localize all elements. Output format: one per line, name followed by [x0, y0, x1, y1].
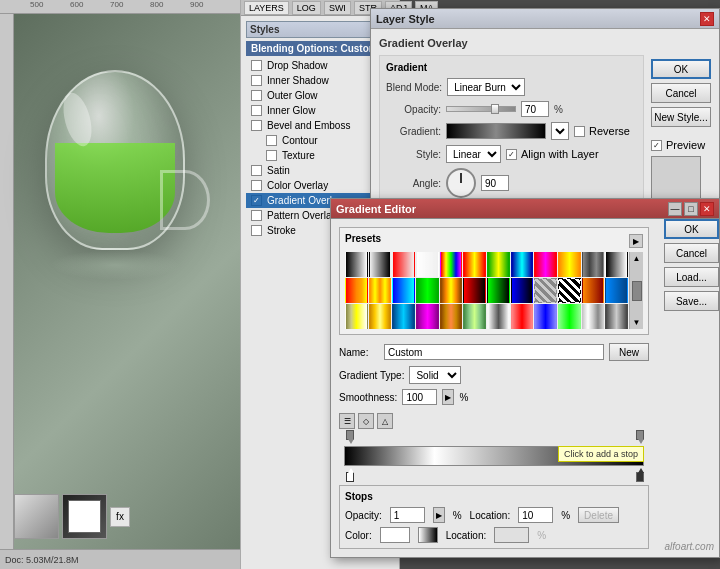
preset-32[interactable]	[511, 304, 534, 329]
align-layer-checkbox[interactable]	[506, 149, 517, 160]
preset-1[interactable]	[345, 252, 368, 277]
preset-9[interactable]	[534, 252, 557, 277]
cancel-button[interactable]: Cancel	[651, 83, 711, 103]
preset-8[interactable]	[511, 252, 534, 277]
preset-31[interactable]	[487, 304, 510, 329]
preset-27[interactable]	[392, 304, 415, 329]
preset-36[interactable]	[605, 304, 628, 329]
drop-shadow-checkbox[interactable]	[251, 60, 262, 71]
preset-29[interactable]	[440, 304, 463, 329]
tab-swi[interactable]: SWI	[324, 1, 351, 15]
ge-close-button[interactable]: ✕	[700, 202, 714, 216]
gradient-color-icon[interactable]: ◇	[358, 413, 374, 429]
smoothness-input[interactable]	[402, 389, 437, 405]
tab-layers[interactable]: LAYERS	[244, 1, 289, 15]
preset-23[interactable]	[582, 278, 605, 303]
bevel-emboss-checkbox[interactable]	[251, 120, 262, 131]
gradient-name-input[interactable]	[384, 344, 604, 360]
outer-glow-checkbox[interactable]	[251, 90, 262, 101]
gradient-preset-select[interactable]: ▼	[551, 122, 569, 140]
preset-30[interactable]	[463, 304, 486, 329]
angle-input[interactable]	[481, 175, 509, 191]
scroll-up-arrow[interactable]: ▲	[633, 254, 641, 263]
preset-12[interactable]	[605, 252, 628, 277]
ge-stops-section: Stops Opacity: ▶ % Location: % Delete Co…	[339, 485, 649, 549]
preset-7[interactable]	[487, 252, 510, 277]
preset-35[interactable]	[582, 304, 605, 329]
preset-2[interactable]	[369, 252, 392, 277]
pattern-overlay-checkbox[interactable]	[251, 210, 262, 221]
tab-log[interactable]: LOG	[292, 1, 321, 15]
scroll-thumb[interactable]	[632, 281, 642, 301]
color-gradient-picker[interactable]	[418, 527, 438, 543]
smoothness-stepper[interactable]: ▶	[442, 389, 454, 405]
ge-cancel-button[interactable]: Cancel	[664, 243, 719, 263]
opacity-thumb[interactable]	[491, 104, 499, 114]
preset-14[interactable]	[369, 278, 392, 303]
ge-restore-button[interactable]: □	[684, 202, 698, 216]
preset-6[interactable]	[463, 252, 486, 277]
layer-style-close-button[interactable]: ✕	[700, 12, 714, 26]
scroll-down-arrow[interactable]: ▼	[633, 318, 641, 327]
gradient-type-select[interactable]: Solid Noise	[409, 366, 461, 384]
preset-4[interactable]	[416, 252, 439, 277]
satin-checkbox[interactable]	[251, 165, 262, 176]
reverse-checkbox[interactable]	[574, 126, 585, 137]
ok-button[interactable]: OK	[651, 59, 711, 79]
preset-21[interactable]	[534, 278, 557, 303]
gradient-drag-icon[interactable]: ☰	[339, 413, 355, 429]
opacity-slider[interactable]	[446, 106, 516, 112]
preset-16[interactable]	[416, 278, 439, 303]
preset-25[interactable]	[345, 304, 368, 329]
preset-24[interactable]	[605, 278, 628, 303]
color-overlay-checkbox[interactable]	[251, 180, 262, 191]
ge-ok-button[interactable]: OK	[664, 219, 719, 239]
preset-17[interactable]	[440, 278, 463, 303]
preset-22[interactable]	[558, 278, 581, 303]
preset-11[interactable]	[582, 252, 605, 277]
stop-marker-right[interactable]	[634, 468, 644, 480]
inner-shadow-checkbox[interactable]	[251, 75, 262, 86]
new-style-button[interactable]: New Style...	[651, 107, 711, 127]
gradient-preview[interactable]	[446, 123, 546, 139]
gradient-bar[interactable]	[344, 446, 644, 466]
inner-glow-checkbox[interactable]	[251, 105, 262, 116]
opacity-stop-input[interactable]	[390, 507, 425, 523]
preset-5[interactable]	[440, 252, 463, 277]
blend-mode-select[interactable]: Linear Burn Normal Multiply Screen	[447, 78, 525, 96]
angle-dial[interactable]	[446, 168, 476, 198]
preset-13[interactable]	[345, 278, 368, 303]
preset-33[interactable]	[534, 304, 557, 329]
stop-marker-left[interactable]	[344, 468, 354, 480]
ge-minimize-button[interactable]: —	[668, 202, 682, 216]
preset-26[interactable]	[369, 304, 392, 329]
preset-15[interactable]	[392, 278, 415, 303]
preset-28[interactable]	[416, 304, 439, 329]
preview-checkbox[interactable]	[651, 140, 662, 151]
preset-20[interactable]	[511, 278, 534, 303]
opacity-stepper[interactable]: ▶	[433, 507, 445, 523]
ge-new-button[interactable]: New	[609, 343, 649, 361]
delete-stop-button[interactable]: Delete	[578, 507, 619, 523]
preset-34[interactable]	[558, 304, 581, 329]
texture-checkbox[interactable]	[266, 150, 277, 161]
contour-checkbox[interactable]	[266, 135, 277, 146]
ge-load-button[interactable]: Load...	[664, 267, 719, 287]
preset-10[interactable]	[558, 252, 581, 277]
stroke-checkbox[interactable]	[251, 225, 262, 236]
style-select[interactable]: Linear Radial Angle	[446, 145, 501, 163]
gradient-marker-icon[interactable]: △	[377, 413, 393, 429]
preset-18[interactable]	[463, 278, 486, 303]
alpha-stop-left[interactable]	[344, 432, 354, 444]
preset-19[interactable]	[487, 278, 510, 303]
preset-3[interactable]	[392, 252, 415, 277]
presets-scrollbar[interactable]: ▲ ▼	[629, 252, 643, 329]
opacity-input[interactable]	[521, 101, 549, 117]
ge-save-button[interactable]: Save...	[664, 291, 719, 311]
gradient-overlay-checkbox[interactable]	[251, 195, 262, 206]
location-input[interactable]	[518, 507, 553, 523]
color-swatch[interactable]	[380, 527, 410, 543]
presets-arrow-button[interactable]: ▶	[629, 234, 643, 248]
alpha-stop-right[interactable]	[634, 432, 644, 444]
smoothness-label: Smoothness:	[339, 392, 397, 403]
